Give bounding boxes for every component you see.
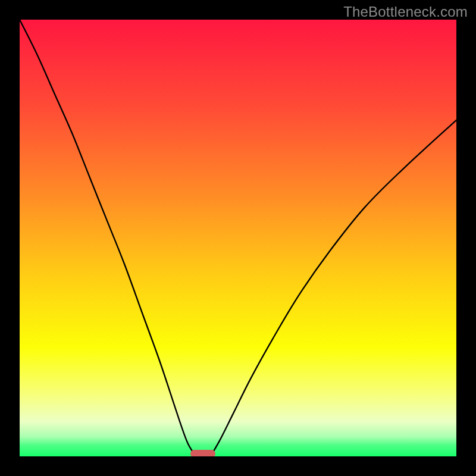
optimal-marker bbox=[190, 450, 215, 456]
plot-area bbox=[20, 20, 456, 456]
watermark-text: TheBottleneck.com bbox=[343, 4, 468, 20]
chart-frame: TheBottleneck.com bbox=[0, 0, 476, 476]
bottleneck-curve bbox=[20, 20, 456, 456]
